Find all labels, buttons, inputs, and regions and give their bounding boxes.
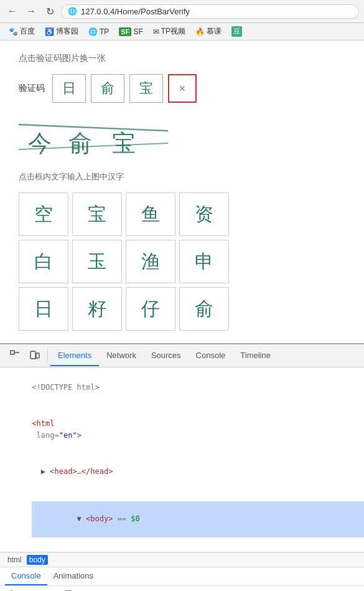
- bookmark-dou[interactable]: 豆: [228, 25, 246, 38]
- tab-network[interactable]: Network: [99, 346, 144, 366]
- bookmark-baidu[interactable]: 🐾 百度: [5, 25, 39, 38]
- console-area: Console Animations 🚫 ⚙ top ▼ Preserve lo…: [0, 567, 364, 591]
- char-cell-7[interactable]: 申: [179, 240, 229, 283]
- filter-icon[interactable]: ⚙: [22, 589, 35, 591]
- page-icon: 🌐: [68, 7, 77, 16]
- char-cell-4[interactable]: 白: [19, 240, 68, 283]
- char-cell-5[interactable]: 玉: [72, 240, 122, 283]
- character-grid: 空 宝 鱼 资 白 玉 渔 申 日 籽 仔 俞: [19, 192, 345, 331]
- char-cell-1[interactable]: 宝: [72, 192, 122, 236]
- breadcrumb-body[interactable]: body: [27, 555, 48, 565]
- captcha-image[interactable]: 今 俞 宝: [19, 115, 168, 165]
- captcha-char-2[interactable]: 宝: [129, 74, 163, 103]
- console-tab-console[interactable]: Console: [5, 567, 47, 585]
- devtools-toolbar: Elements Network Sources Console Timelin…: [0, 344, 364, 367]
- char-cell-9[interactable]: 籽: [72, 287, 122, 331]
- tp-label: TP: [100, 27, 109, 36]
- clear-console-icon[interactable]: 🚫: [5, 589, 17, 591]
- char-cell-3[interactable]: 资: [179, 192, 229, 236]
- doctype-text: <!DOCTYPE html>: [32, 383, 99, 392]
- mooc-label: 慕课: [207, 26, 222, 37]
- toolbar-separator: [47, 349, 48, 362]
- char-cell-6[interactable]: 渔: [126, 240, 175, 283]
- inspector-tool-icon[interactable]: [5, 344, 25, 367]
- bookmark-bokeyuan[interactable]: ♿ 博客园: [41, 25, 82, 38]
- svg-text:俞: 俞: [68, 130, 92, 156]
- tab-console[interactable]: Console: [189, 346, 233, 366]
- dom-line-doctype: <!DOCTYPE html>: [5, 370, 359, 406]
- baidu-icon: 🐾: [9, 27, 18, 36]
- device-mode-icon[interactable]: [25, 344, 45, 367]
- char-cell-10[interactable]: 仔: [126, 287, 175, 331]
- captcha-label: 验证码: [19, 83, 45, 94]
- svg-text:今: 今: [28, 130, 52, 156]
- svg-rect-5: [11, 351, 14, 354]
- mooc-icon: 🔥: [195, 27, 205, 36]
- breadcrumb-html[interactable]: html: [5, 555, 24, 565]
- bokeyuan-label: 博客园: [56, 26, 78, 37]
- dom-line-body[interactable]: ▼ <body> == $0: [5, 489, 359, 549]
- captcha-clear-button[interactable]: ✕: [168, 74, 197, 103]
- svg-rect-8: [36, 353, 39, 358]
- tab-elements[interactable]: Elements: [50, 346, 99, 366]
- page-content: 点击验证码图片换一张 验证码 日 俞 宝 ✕ 今 俞 宝 点击框内文字输入上图中…: [0, 40, 364, 343]
- bokeyuan-icon: ♿: [45, 27, 54, 36]
- url-text: 127.0.0.4/Home/PostBarVerify: [81, 7, 190, 16]
- refresh-button[interactable]: ↻: [42, 4, 57, 19]
- tab-sources[interactable]: Sources: [144, 346, 189, 366]
- sf-icon: SF: [119, 27, 131, 36]
- tp-icon: 🌐: [88, 27, 98, 36]
- tab-timeline[interactable]: Timeline: [233, 346, 278, 366]
- dom-viewer: <!DOCTYPE html> <html lang="en"> ▶ <head…: [0, 367, 364, 552]
- captcha-char-0[interactable]: 日: [52, 74, 86, 103]
- char-cell-2[interactable]: 鱼: [126, 192, 175, 236]
- bookmark-tp-video[interactable]: ✉ TP视频: [149, 25, 189, 38]
- bookmark-sf[interactable]: SF SF: [115, 26, 146, 37]
- baidu-label: 百度: [20, 26, 35, 37]
- console-tabs: Console Animations: [0, 567, 364, 586]
- sf-label: SF: [133, 27, 142, 36]
- dom-line-head[interactable]: ▶ <head>…</head>: [5, 453, 359, 489]
- tp-video-label: TP视频: [161, 26, 185, 37]
- char-cell-8[interactable]: 日: [19, 287, 68, 331]
- hint-text[interactable]: 点击验证码图片换一张: [19, 53, 345, 64]
- captcha-char-1[interactable]: 俞: [91, 74, 124, 103]
- dom-line-html[interactable]: <html lang="en">: [5, 406, 359, 454]
- char-cell-11[interactable]: 俞: [179, 287, 229, 331]
- console-toolbar: 🚫 ⚙ top ▼ Preserve log: [0, 586, 364, 591]
- captcha-row: 验证码 日 俞 宝 ✕: [19, 74, 345, 103]
- svg-text:宝: 宝: [112, 130, 136, 156]
- forward-button[interactable]: →: [24, 4, 39, 19]
- svg-rect-7: [30, 351, 35, 359]
- bookmark-mooc[interactable]: 🔥 慕课: [192, 25, 225, 38]
- bookmark-tp[interactable]: 🌐 TP: [85, 26, 113, 37]
- back-button[interactable]: ←: [5, 4, 20, 19]
- address-bar[interactable]: 🌐 127.0.0.4/Home/PostBarVerify: [61, 4, 359, 19]
- browser-toolbar: ← → ↻ 🌐 127.0.0.4/Home/PostBarVerify: [0, 0, 364, 23]
- devtools-panel: Elements Network Sources Console Timelin…: [0, 343, 364, 591]
- char-cell-0[interactable]: 空: [19, 192, 68, 236]
- clear-icon: ✕: [179, 83, 186, 93]
- console-tab-animations[interactable]: Animations: [47, 567, 100, 585]
- bookmarks-bar: 🐾 百度 ♿ 博客园 🌐 TP SF SF ✉ TP视频 🔥 慕课 豆: [0, 23, 364, 40]
- dou-icon: 豆: [231, 26, 242, 37]
- breadcrumb-bar: html body: [0, 552, 364, 567]
- captcha-instruction: 点击框内文字输入上图中汉字: [19, 171, 345, 182]
- tp-video-icon: ✉: [153, 27, 159, 36]
